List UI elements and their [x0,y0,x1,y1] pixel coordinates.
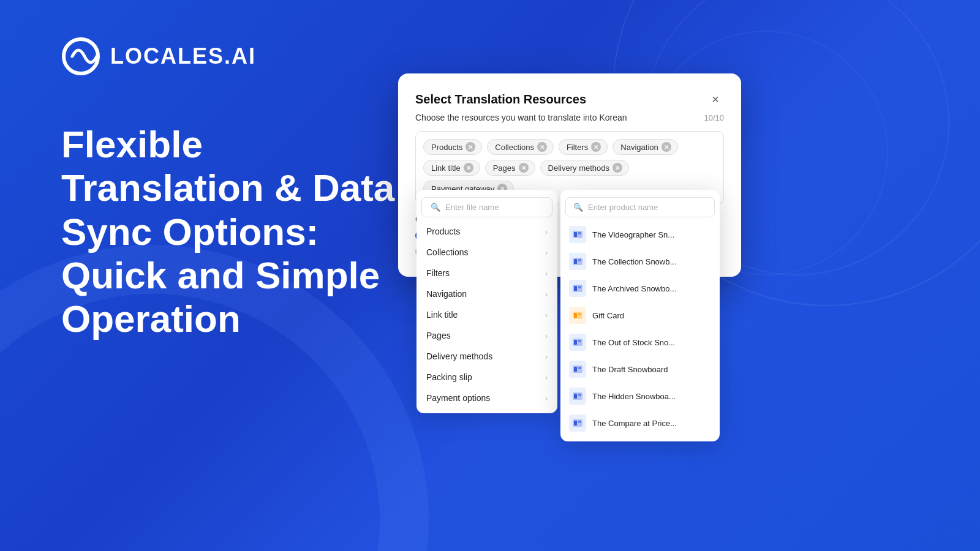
product-item[interactable]: The Draft Snowboard [560,356,720,383]
dropdown-item-label: Link title [426,310,458,320]
dropdown-item-chevron-icon: › [545,394,548,403]
svg-rect-6 [578,259,581,261]
tag-label: Filters [567,143,588,152]
dropdown-item-label: Navigation [426,289,467,299]
product-name: The Compare at Price... [592,419,677,428]
product-thumbnail [569,253,586,270]
svg-rect-23 [574,421,577,425]
dropdown-item-payment-options[interactable]: Payment options › [417,388,557,408]
tag-label: Link title [431,163,461,173]
svg-rect-8 [574,286,577,291]
dropdown-item-chevron-icon: › [545,269,548,278]
dropdown-item-label: Collections [426,247,468,257]
dropdown-item-label: Packing slip [426,372,472,382]
dropdown-item-chevron-icon: › [545,248,548,257]
dropdown-item-navigation[interactable]: Navigation › [417,283,557,304]
logo-icon [61,37,100,76]
product-name: The Hidden Snowboa... [592,392,676,401]
product-thumb-icon [571,336,584,348]
dropdown-item-chevron-icon: › [545,310,548,320]
dropdown-item-label: Pages [426,331,451,340]
svg-rect-20 [574,394,577,399]
tag-products: Products✕ [423,139,482,155]
tag-label: Navigation [620,143,658,152]
product-item[interactable]: The Videographer Sn... [560,221,720,248]
product-item[interactable]: The Collection Snowb... [560,248,720,275]
tag-close-icon[interactable]: ✕ [591,142,601,152]
product-item[interactable]: Gift Card [560,302,720,329]
svg-rect-9 [578,286,581,288]
dropdown-item-collections[interactable]: Collections › [417,242,557,263]
logo-text: LOCALES.AI [110,43,256,69]
file-name-placeholder: Enter file name [445,203,499,212]
dropdown-item-chevron-icon: › [545,373,548,382]
product-thumb-icon [571,255,584,268]
svg-rect-3 [578,232,581,234]
dropdown-item-label: Payment options [426,393,490,403]
svg-rect-15 [578,340,581,342]
dialog-count: 10/10 [704,113,724,122]
tag-label: Collections [495,143,534,152]
tag-navigation: Navigation✕ [612,139,677,155]
dialog-subtitle-row: Choose the resources you want to transla… [415,113,724,122]
product-name: The Out of Stock Sno... [592,338,675,347]
dropdown-item-label: Delivery methods [426,351,492,361]
svg-rect-14 [574,340,577,345]
tag-close-icon[interactable]: ✕ [519,163,529,173]
dropdown-item-filters[interactable]: Filters › [417,263,557,283]
dropdown-item-products[interactable]: Products › [417,221,557,242]
logo-area: LOCALES.AI [61,37,256,76]
product-name: The Draft Snowboard [592,365,668,374]
tag-collections: Collections✕ [487,139,554,155]
svg-rect-18 [578,367,581,369]
product-item[interactable]: The Hidden Snowboa... [560,383,720,410]
product-name: The Collection Snowb... [592,257,676,266]
dropdown-item-link-title[interactable]: Link title › [417,304,557,325]
svg-rect-11 [574,313,577,318]
search-icon: 🔍 [431,203,440,212]
product-name: The Archived Snowbo... [592,284,676,293]
product-thumbnail [569,280,586,297]
svg-rect-17 [574,367,577,372]
product-thumbnail [569,414,586,432]
svg-rect-5 [574,259,577,264]
product-thumbnail [569,334,586,351]
hero-section: Flexible Translation & Data Sync Options… [61,122,404,340]
tag-pages: Pages✕ [485,160,535,176]
file-name-search-box[interactable]: 🔍 Enter file name [421,197,552,217]
product-thumbnail [569,361,586,378]
product-item[interactable]: The Archived Snowbo... [560,275,720,302]
product-thumbnail [569,226,586,243]
close-button[interactable]: × [707,91,724,108]
dropdown-item-pages[interactable]: Pages › [417,325,557,346]
tag-close-icon[interactable]: ✕ [537,142,547,152]
dropdown-item-chevron-icon: › [545,331,548,340]
product-item[interactable]: The Out of Stock Sno... [560,329,720,356]
tag-close-icon[interactable]: ✕ [662,142,671,152]
dropdown-item-delivery-methods[interactable]: Delivery methods › [417,346,557,367]
dropdown-item-packing-slip[interactable]: Packing slip › [417,367,557,388]
product-thumbnail [569,388,586,405]
dropdown-item-chevron-icon: › [545,227,548,236]
product-thumb-icon [571,417,584,429]
tag-filters: Filters✕ [559,139,608,155]
svg-rect-12 [578,313,581,315]
tag-close-icon[interactable]: ✕ [612,163,622,173]
hero-heading: Flexible Translation & Data Sync Options… [61,122,404,340]
dropdown-items-list: Products › Collections › Filters › Navig… [417,221,557,408]
product-search-placeholder: Enter product name [588,203,658,212]
product-thumb-icon [571,363,584,375]
product-thumb-icon [571,282,584,294]
tag-link-title: Link title✕ [423,160,480,176]
product-search-box[interactable]: 🔍 Enter product name [565,197,715,217]
tag-close-icon[interactable]: ✕ [466,142,475,152]
tags-row: Products✕Collections✕Filters✕Navigation✕… [423,139,716,197]
product-name: Gift Card [592,311,624,320]
product-item[interactable]: The Compare at Price... [560,410,720,437]
tag-close-icon[interactable]: ✕ [464,163,473,173]
product-name: The Videographer Sn... [592,230,674,239]
svg-rect-2 [574,232,577,237]
tag-label: Delivery methods [548,163,609,173]
product-thumb-icon [571,228,584,241]
product-thumbnail [569,307,586,324]
